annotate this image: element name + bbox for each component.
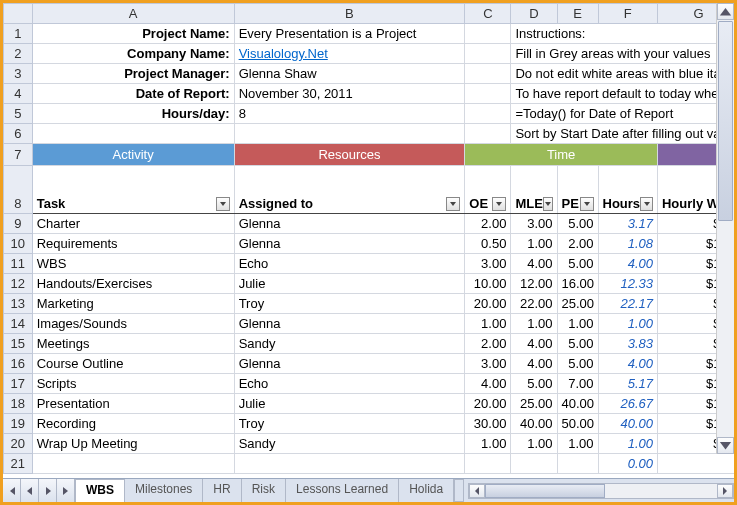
row-header-3[interactable]: 3 [4,64,33,84]
cell-hours-13[interactable]: 22.17 [598,294,657,314]
meta-value-6[interactable] [234,124,465,144]
cell-pe-12[interactable]: 16.00 [557,274,598,294]
cell-mle-16[interactable]: 4.00 [511,354,557,374]
cell-pe-13[interactable]: 25.00 [557,294,598,314]
cell-task-20[interactable]: Wrap Up Meeting [32,434,234,454]
col-header-F[interactable]: F [598,4,657,24]
cell-oe-21[interactable] [465,454,511,474]
cell-C4[interactable] [465,84,511,104]
cell-hours-16[interactable]: 4.00 [598,354,657,374]
sheet-tab-milestones[interactable]: Milestones [125,479,203,502]
filter-oe[interactable] [492,197,506,211]
instruction-5[interactable]: =Today() for Date of Report [511,104,734,124]
row-header-11[interactable]: 11 [4,254,33,274]
row-header-7[interactable]: 7 [4,144,33,166]
spreadsheet-grid[interactable]: A B C D E F G 1Project Name:Every Presen… [3,3,734,474]
meta-label-2[interactable]: Company Name: [32,44,234,64]
sheet-tab-wbs[interactable]: WBS [75,479,125,502]
filter-assigned[interactable] [446,197,460,211]
tab-nav-first[interactable] [3,479,21,502]
header-oe[interactable]: OE [465,166,511,214]
cell-assigned-9[interactable]: Glenna [234,214,465,234]
row-header-15[interactable]: 15 [4,334,33,354]
row-header-5[interactable]: 5 [4,104,33,124]
cell-hours-21[interactable]: 0.00 [598,454,657,474]
cell-pe-18[interactable]: 40.00 [557,394,598,414]
cell-assigned-10[interactable]: Glenna [234,234,465,254]
filter-pe[interactable] [580,197,594,211]
cell-assigned-14[interactable]: Glenna [234,314,465,334]
cell-mle-15[interactable]: 4.00 [511,334,557,354]
cell-assigned-11[interactable]: Echo [234,254,465,274]
cell-assigned-21[interactable] [234,454,465,474]
cell-task-13[interactable]: Marketing [32,294,234,314]
scroll-down-button[interactable] [717,437,734,454]
meta-value-3[interactable]: Glenna Shaw [234,64,465,84]
cell-oe-16[interactable]: 3.00 [465,354,511,374]
cell-task-16[interactable]: Course Outline [32,354,234,374]
col-header-D[interactable]: D [511,4,557,24]
cell-hours-15[interactable]: 3.83 [598,334,657,354]
cell-oe-17[interactable]: 4.00 [465,374,511,394]
col-header-B[interactable]: B [234,4,465,24]
header-mle[interactable]: MLE [511,166,557,214]
cell-pe-21[interactable] [557,454,598,474]
cell-hours-12[interactable]: 12.33 [598,274,657,294]
cell-assigned-20[interactable]: Sandy [234,434,465,454]
cell-C1[interactable] [465,24,511,44]
cell-hours-19[interactable]: 40.00 [598,414,657,434]
scroll-thumb-horizontal[interactable] [485,484,605,498]
meta-label-6[interactable] [32,124,234,144]
filter-hours[interactable] [640,197,653,211]
cell-mle-20[interactable]: 1.00 [511,434,557,454]
row-header-17[interactable]: 17 [4,374,33,394]
header-pe[interactable]: PE [557,166,598,214]
cell-oe-14[interactable]: 1.00 [465,314,511,334]
row-header-13[interactable]: 13 [4,294,33,314]
cell-C3[interactable] [465,64,511,84]
cell-task-17[interactable]: Scripts [32,374,234,394]
meta-label-1[interactable]: Project Name: [32,24,234,44]
row-header-20[interactable]: 20 [4,434,33,454]
row-header-4[interactable]: 4 [4,84,33,104]
tab-nav-prev[interactable] [21,479,39,502]
cell-oe-19[interactable]: 30.00 [465,414,511,434]
filter-task[interactable] [216,197,230,211]
cell-task-10[interactable]: Requirements [32,234,234,254]
cell-hours-11[interactable]: 4.00 [598,254,657,274]
cell-oe-10[interactable]: 0.50 [465,234,511,254]
cell-oe-18[interactable]: 20.00 [465,394,511,414]
header-assigned[interactable]: Assigned to [234,166,465,214]
col-header-A[interactable]: A [32,4,234,24]
instruction-4[interactable]: To have report default to today whe [511,84,734,104]
header-hours[interactable]: Hours [598,166,657,214]
select-all-corner[interactable] [4,4,33,24]
cell-oe-12[interactable]: 10.00 [465,274,511,294]
row-header-16[interactable]: 16 [4,354,33,374]
row-header-12[interactable]: 12 [4,274,33,294]
meta-label-5[interactable]: Hours/day: [32,104,234,124]
cell-pe-11[interactable]: 5.00 [557,254,598,274]
cell-task-12[interactable]: Handouts/Exercises [32,274,234,294]
sheet-tab-hr[interactable]: HR [203,479,241,502]
cell-C5[interactable] [465,104,511,124]
cell-oe-13[interactable]: 20.00 [465,294,511,314]
cell-oe-11[interactable]: 3.00 [465,254,511,274]
cell-mle-10[interactable]: 1.00 [511,234,557,254]
cell-hours-17[interactable]: 5.17 [598,374,657,394]
scroll-right-button[interactable] [717,484,733,498]
cell-mle-13[interactable]: 22.00 [511,294,557,314]
cell-hours-9[interactable]: 3.17 [598,214,657,234]
cell-pe-10[interactable]: 2.00 [557,234,598,254]
instruction-3[interactable]: Do not edit white areas with blue ita [511,64,734,84]
cell-pe-17[interactable]: 7.00 [557,374,598,394]
sheet-tab-lessons-learned[interactable]: Lessons Learned [286,479,399,502]
cell-mle-11[interactable]: 4.00 [511,254,557,274]
cell-task-14[interactable]: Images/Sounds [32,314,234,334]
cell-task-21[interactable] [32,454,234,474]
cell-wage-21[interactable] [657,454,734,474]
cell-hours-10[interactable]: 1.08 [598,234,657,254]
sheet-tab-risk[interactable]: Risk [242,479,286,502]
cell-pe-20[interactable]: 1.00 [557,434,598,454]
row-header-6[interactable]: 6 [4,124,33,144]
